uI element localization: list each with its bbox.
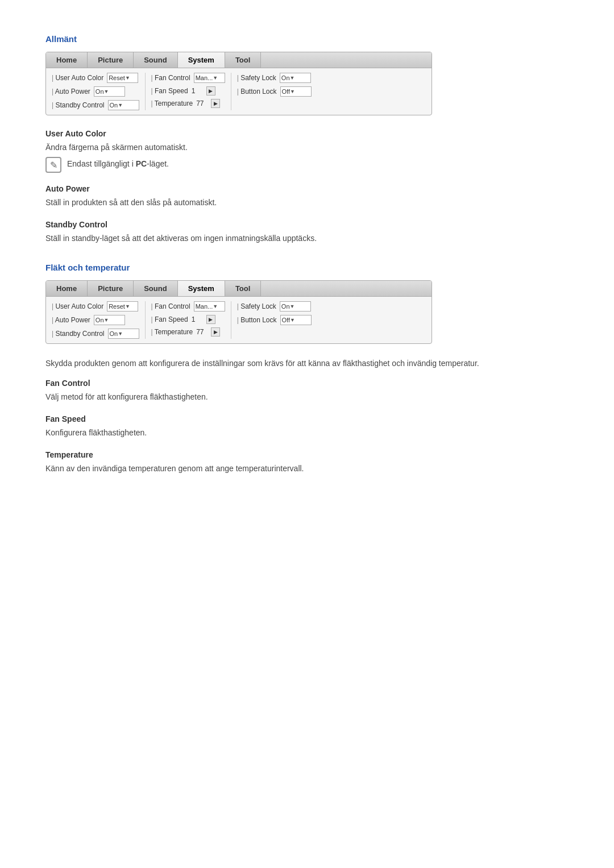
osd-row-auto-power-1: Auto Power On ▼ (52, 86, 139, 97)
osd-table-allman: Home Picture Sound System Tool User Auto… (45, 52, 432, 115)
tab-picture-2[interactable]: Picture (88, 281, 134, 296)
fan-speed-desc: Fan Speed Konfigurera fläkthastigheten. (45, 414, 569, 439)
osd-row-safety-lock-2: Safety Lock On ▼ (237, 301, 312, 312)
safety-lock-label-1: Safety Lock (237, 74, 276, 82)
osd-body-flakt: User Auto Color Reset ▼ Auto Power On ▼ … (46, 297, 432, 343)
temperature-label-1: Temperature (151, 99, 193, 107)
temperature-value-1: 77 (196, 99, 208, 107)
tab-picture-1[interactable]: Picture (88, 52, 134, 68)
tab-home-2[interactable]: Home (46, 281, 88, 296)
fan-speed-right-arrow-1[interactable]: ▶ (206, 86, 215, 95)
standby-control-desc-title: Standby Control (45, 220, 569, 229)
user-auto-color-label-1: User Auto Color (52, 74, 103, 82)
chevron-down-icon: ▼ (125, 75, 130, 81)
temperature-right-arrow-2[interactable]: ▶ (211, 327, 220, 337)
tab-sound-1[interactable]: Sound (134, 52, 177, 68)
osd-row-fan-control-2: Fan Control Man... ▼ (151, 301, 225, 312)
auto-power-select-2[interactable]: On ▼ (94, 315, 125, 325)
auto-power-desc: Auto Power Ställ in produkten så att den… (45, 184, 569, 209)
fan-control-desc-title: Fan Control (45, 379, 569, 388)
auto-power-label-1: Auto Power (52, 88, 90, 95)
osd-col2-allman: Fan Control Man... ▼ Fan Speed 1 ▶ Tempe… (146, 73, 231, 110)
fan-control-select-1[interactable]: Man... ▼ (194, 73, 225, 83)
fan-speed-label-2: Fan Speed (151, 315, 188, 323)
auto-power-label-2: Auto Power (52, 316, 90, 324)
fan-speed-value-1: 1 (192, 87, 203, 95)
fan-control-label-1: Fan Control (151, 74, 190, 82)
standby-control-desc-text: Ställ in standby-läget så att det aktive… (45, 232, 569, 244)
user-auto-color-note: ✎ Endast tillgängligt i PC-läget. (45, 158, 569, 173)
osd-header-flakt: Home Picture Sound System Tool (46, 281, 432, 297)
standby-select-2[interactable]: On ▼ (108, 329, 139, 339)
osd-row-standby-2: Standby Control On ▼ (52, 329, 139, 339)
standby-select-1[interactable]: On ▼ (108, 100, 139, 110)
osd-row-temperature-2: Temperature 77 ▶ (151, 327, 225, 337)
osd-row-fan-speed-1: Fan Speed 1 ▶ (151, 86, 225, 95)
tab-home-1[interactable]: Home (46, 52, 88, 68)
flakt-title: Fläkt och temperatur (45, 263, 569, 272)
safety-lock-select-1[interactable]: On ▼ (280, 73, 311, 83)
user-auto-color-note-text: Endast tillgängligt i PC-läget. (67, 158, 169, 170)
chevron-down-icon: ▼ (290, 317, 295, 323)
fan-speed-desc-text: Konfigurera fläkthastigheten. (45, 427, 569, 439)
osd-col3-flakt: Safety Lock On ▼ Button Lock Off ▼ (231, 301, 317, 339)
temperature-label-2: Temperature (151, 328, 193, 336)
osd-row-standby-1: Standby Control On ▼ (52, 100, 139, 110)
temperature-right-arrow-1[interactable]: ▶ (211, 99, 220, 108)
chevron-down-icon: ▼ (290, 89, 295, 94)
temperature-desc-text: Känn av den invändiga temperaturen genom… (45, 463, 569, 475)
tab-tool-2[interactable]: Tool (225, 281, 261, 296)
osd-row-user-auto-color-2: User Auto Color Reset ▼ (52, 301, 139, 312)
osd-col3-allman: Safety Lock On ▼ Button Lock Off ▼ (231, 73, 317, 110)
flakt-intro-text: Skydda produkten genom att konfigurera d… (45, 358, 569, 369)
fan-speed-label-1: Fan Speed (151, 87, 188, 95)
tab-tool-1[interactable]: Tool (225, 52, 261, 68)
button-lock-select-2[interactable]: Off ▼ (280, 315, 312, 325)
auto-power-select-1[interactable]: On ▼ (94, 86, 125, 97)
chevron-down-icon: ▼ (290, 304, 295, 309)
osd-row-fan-control-1: Fan Control Man... ▼ (151, 73, 225, 83)
osd-row-auto-power-2: Auto Power On ▼ (52, 315, 139, 325)
fan-control-desc-text: Välj metod för att konfigurera fläkthast… (45, 391, 569, 403)
tab-sound-2[interactable]: Sound (134, 281, 177, 296)
chevron-down-icon: ▼ (104, 89, 109, 94)
tab-system-2[interactable]: System (178, 281, 225, 296)
button-lock-label-1: Button Lock (237, 88, 277, 95)
tab-system-1[interactable]: System (178, 52, 225, 68)
temperature-desc: Temperature Känn av den invändiga temper… (45, 450, 569, 475)
chevron-down-icon: ▼ (213, 75, 218, 81)
chevron-down-icon: ▼ (104, 317, 109, 323)
allman-section: Allmänt Home Picture Sound System Tool U… (45, 34, 569, 244)
flakt-section: Fläkt och temperatur Home Picture Sound … (45, 263, 569, 475)
fan-speed-value-2: 1 (192, 315, 203, 323)
standby-control-desc: Standby Control Ställ in standby-läget s… (45, 220, 569, 244)
osd-row-user-auto-color-1: User Auto Color Reset ▼ (52, 73, 139, 83)
safety-lock-select-2[interactable]: On ▼ (280, 301, 311, 312)
user-auto-color-label-2: User Auto Color (52, 302, 103, 310)
note-icon: ✎ (45, 157, 61, 173)
osd-header-allman: Home Picture Sound System Tool (46, 52, 432, 68)
osd-row-safety-lock-1: Safety Lock On ▼ (237, 73, 312, 83)
chevron-down-icon: ▼ (213, 304, 218, 309)
button-lock-select-1[interactable]: Off ▼ (280, 86, 312, 97)
osd-col1-flakt: User Auto Color Reset ▼ Auto Power On ▼ … (46, 301, 146, 339)
fan-control-select-2[interactable]: Man... ▼ (194, 301, 225, 312)
fan-speed-right-arrow-2[interactable]: ▶ (206, 315, 215, 324)
standby-label-1: Standby Control (52, 101, 105, 109)
allman-title: Allmänt (45, 34, 569, 44)
user-auto-color-select-1[interactable]: Reset ▼ (107, 73, 138, 83)
osd-table-flakt: Home Picture Sound System Tool User Auto… (45, 280, 432, 344)
fan-speed-desc-title: Fan Speed (45, 414, 569, 423)
user-auto-color-select-2[interactable]: Reset ▼ (107, 301, 138, 312)
safety-lock-label-2: Safety Lock (237, 302, 276, 310)
auto-power-desc-text: Ställ in produkten så att den slås på au… (45, 197, 569, 209)
button-lock-label-2: Button Lock (237, 316, 277, 324)
chevron-down-icon: ▼ (118, 102, 123, 108)
chevron-down-icon: ▼ (290, 75, 295, 81)
osd-body-allman: User Auto Color Reset ▼ Auto Power On ▼ … (46, 68, 432, 115)
osd-row-temperature-1: Temperature 77 ▶ (151, 99, 225, 108)
standby-label-2: Standby Control (52, 330, 105, 338)
user-auto-color-desc-title: User Auto Color (45, 129, 569, 138)
user-auto-color-desc-text: Ändra färgerna på skärmen automatiskt. (45, 142, 569, 153)
osd-col2-flakt: Fan Control Man... ▼ Fan Speed 1 ▶ Tempe… (146, 301, 231, 339)
